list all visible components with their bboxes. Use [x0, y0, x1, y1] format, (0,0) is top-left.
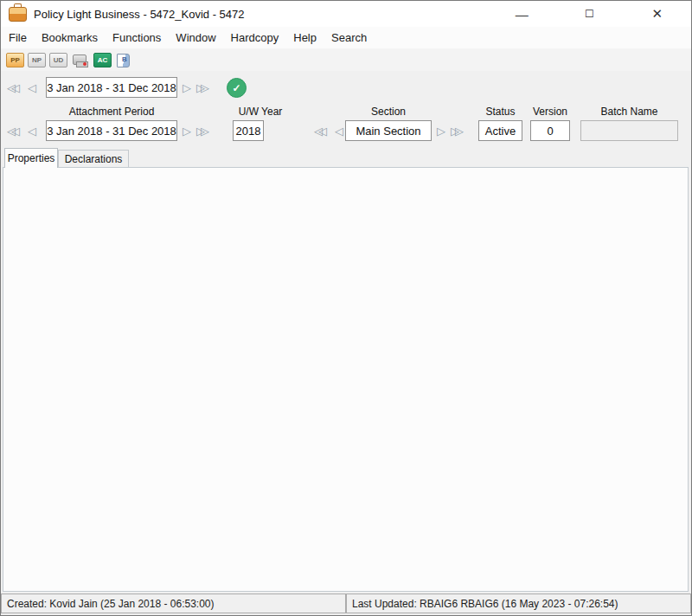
section-label: Section	[345, 106, 432, 118]
title-bar: Policy Light Business - 5472_Kovid - 547…	[1, 1, 691, 27]
toolbar-np-button[interactable]: NP	[28, 53, 46, 67]
close-button[interactable]: ✕	[624, 1, 691, 27]
tab-properties[interactable]: Properties	[4, 148, 58, 168]
toolbar-printer-icon[interactable]	[71, 53, 90, 67]
app-briefcase-icon	[9, 7, 27, 22]
uw-year-field[interactable]: 2018	[233, 120, 264, 141]
window-title: Policy Light Business - 5472_Kovid - 547…	[34, 8, 245, 21]
menu-item-bookmarks[interactable]: Bookmarks	[42, 31, 98, 44]
menu-item-window[interactable]: Window	[176, 31, 215, 44]
section-first-button[interactable]: ◁◁	[314, 125, 327, 137]
attachment-next-button[interactable]: ▷	[183, 125, 191, 137]
menu-bar: File Bookmarks Functions Window Hardcopy…	[1, 27, 691, 48]
toolbar-ud-button[interactable]: UD	[49, 53, 67, 67]
version-field: 0	[530, 120, 570, 141]
menu-item-file[interactable]: File	[9, 31, 27, 44]
toolbar-book-icon[interactable]: B	[115, 53, 134, 67]
created-status: Created: Kovid Jain (25 Jan 2018 - 06:53…	[1, 594, 346, 613]
section-prev-button[interactable]: ◁	[335, 125, 343, 137]
menu-item-help[interactable]: Help	[293, 31, 317, 44]
app-window: Policy Light Business - 5472_Kovid - 547…	[0, 0, 692, 616]
menu-item-hardcopy[interactable]: Hardcopy	[231, 31, 279, 44]
book-letter: B	[122, 55, 127, 63]
section-field[interactable]: Main Section	[345, 120, 432, 141]
tab-declarations[interactable]: Declarations	[58, 150, 129, 168]
status-ok-icon: ✓	[227, 78, 247, 98]
toolbar-pp-button[interactable]: PP	[6, 53, 24, 67]
last-updated-status: Last Updated: RBAIG6 RBAIG6 (16 May 2023…	[346, 594, 691, 613]
section-last-button[interactable]: ▷▷	[451, 125, 464, 137]
attachment-last-button[interactable]: ▷▷	[196, 125, 209, 137]
attachment-prev-button[interactable]: ◁	[28, 125, 36, 137]
status-field: Active	[478, 120, 522, 141]
record-period-field[interactable]: 3 Jan 2018 - 31 Dec 2018	[46, 77, 177, 98]
batch-name-label: Batch Name	[580, 106, 678, 118]
maximize-button[interactable]: ☐	[555, 1, 623, 27]
toolbar-ac-button[interactable]: AC	[93, 53, 112, 67]
version-label: Version	[522, 106, 579, 118]
menu-item-functions[interactable]: Functions	[112, 31, 161, 44]
record-prev-button[interactable]: ◁	[28, 82, 36, 93]
toolbar: PP NP UD AC B	[1, 48, 691, 71]
section-next-button[interactable]: ▷	[437, 125, 445, 137]
properties-panel	[3, 167, 689, 592]
record-last-button[interactable]: ▷▷	[196, 82, 209, 93]
attachment-period-field[interactable]: 3 Jan 2018 - 31 Dec 2018	[46, 120, 177, 141]
menu-item-search[interactable]: Search	[331, 31, 367, 44]
uw-year-label: U/W Year	[208, 106, 312, 118]
status-label: Status	[478, 106, 522, 118]
record-next-button[interactable]: ▷	[183, 82, 191, 93]
batch-name-field	[580, 120, 678, 141]
printer-red-dot	[83, 62, 86, 66]
status-bar: Created: Kovid Jain (25 Jan 2018 - 06:53…	[1, 594, 691, 615]
record-first-button[interactable]: ◁◁	[7, 82, 20, 93]
minimize-button[interactable]: —	[488, 1, 555, 27]
attachment-period-label: Attachment Period	[46, 106, 177, 118]
attachment-first-button[interactable]: ◁◁	[7, 125, 20, 137]
